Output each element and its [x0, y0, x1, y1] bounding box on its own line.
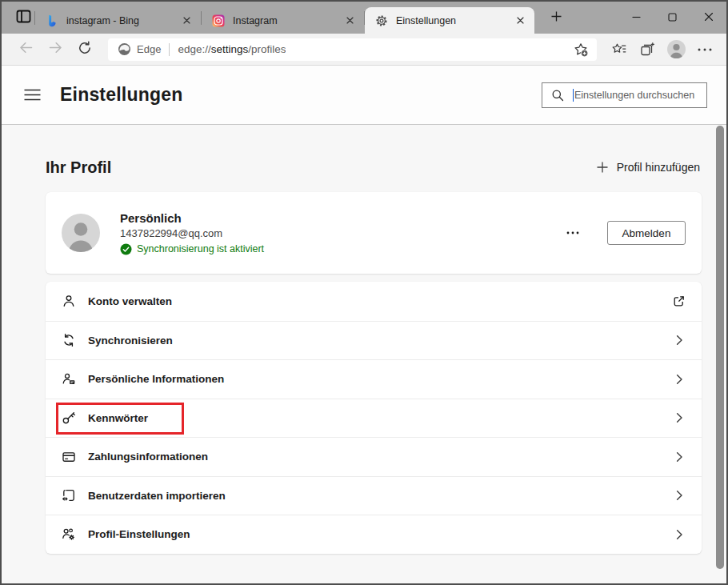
chevron-right-icon — [673, 528, 686, 541]
profile-more-button[interactable] — [562, 227, 583, 238]
search-input[interactable]: Einstellungen durchsuchen — [542, 82, 707, 108]
address-brand-label: Edge — [137, 43, 161, 55]
plus-icon — [550, 10, 562, 26]
menu-item-zahlungsinformationen[interactable]: Zahlungsinformationen — [46, 437, 702, 476]
tab-bar: instagram - Bing Instagram Einstellungen — [2, 2, 726, 34]
star-add-icon — [573, 42, 589, 58]
external-link-icon — [672, 295, 686, 308]
hamburger-icon — [24, 89, 41, 101]
favorites-button[interactable] — [611, 42, 627, 58]
refresh-button[interactable] — [74, 38, 96, 61]
menu-item-label: Synchronisieren — [88, 335, 173, 347]
sync-check-icon — [120, 243, 132, 255]
url-scheme: edge:// — [178, 43, 210, 55]
close-icon[interactable] — [343, 14, 357, 27]
profile-button[interactable] — [667, 40, 686, 58]
close-icon[interactable] — [180, 14, 194, 27]
text-caret — [573, 89, 574, 102]
person-icon — [62, 294, 76, 308]
page-title: Einstellungen — [60, 84, 182, 106]
maximize-button[interactable] — [654, 2, 690, 34]
close-icon[interactable] — [514, 14, 527, 27]
avatar — [62, 214, 100, 252]
url-path: /profiles — [248, 43, 286, 55]
tab-instagram[interactable]: Instagram — [202, 7, 364, 34]
navigation-bar: Edge edge://settings/profiles — [2, 34, 726, 66]
url-host: settings — [211, 43, 249, 55]
section-heading: Ihr Profil — [46, 158, 111, 177]
new-tab-button[interactable] — [545, 6, 567, 29]
favorites-icon — [611, 42, 627, 58]
more-icon — [698, 48, 712, 51]
tab-title: instagram - Bing — [66, 15, 175, 26]
profile-card: Persönlich 1437822994@qq.com Synchronisi… — [46, 192, 702, 274]
tab-actions-icon — [15, 8, 32, 28]
chevron-right-icon — [673, 451, 686, 463]
minimize-button[interactable] — [618, 2, 654, 34]
chevron-right-icon — [673, 334, 686, 347]
plus-icon — [596, 161, 609, 174]
collections-icon — [639, 42, 655, 58]
settings-menu-button[interactable] — [21, 86, 44, 104]
close-window-button[interactable] — [690, 2, 726, 34]
gear-icon — [375, 14, 388, 27]
menu-item-benutzerdaten-importieren[interactable]: Benutzerdaten importieren — [46, 476, 702, 515]
menu-item-profil-einstellungen[interactable]: Profil-Einstellungen — [46, 515, 702, 554]
scrollbar-thumb[interactable] — [716, 126, 724, 569]
browser-window: instagram - Bing Instagram Einstellungen — [0, 0, 728, 585]
back-icon — [18, 40, 34, 58]
add-profile-button[interactable]: Profil hinzufügen — [594, 158, 702, 177]
tab-title: Instagram — [233, 15, 338, 26]
import-icon — [62, 488, 76, 503]
url-text: edge://settings/profiles — [178, 43, 286, 55]
profile-name: Persönlich — [120, 211, 264, 225]
menu-item-kennwoerter[interactable]: Kennwörter — [46, 399, 702, 438]
menu-item-label: Konto verwalten — [88, 295, 172, 307]
menu-item-konto-verwalten[interactable]: Konto verwalten — [46, 282, 702, 321]
sync-status: Synchronisierung ist aktiviert — [137, 243, 264, 254]
tab-actions-button[interactable] — [13, 7, 34, 29]
bing-icon — [46, 14, 58, 27]
refresh-icon — [78, 41, 92, 58]
back-button[interactable] — [14, 38, 37, 61]
chevron-right-icon — [673, 373, 686, 386]
collections-button[interactable] — [639, 42, 655, 58]
sign-out-button[interactable]: Abmelden — [607, 221, 686, 245]
menu-item-synchronisieren[interactable]: Synchronisieren — [46, 321, 702, 360]
profile-menu-list: Konto verwalten Synchronisieren Persönli… — [46, 282, 702, 554]
search-icon — [551, 89, 564, 102]
sync-icon — [62, 333, 76, 347]
browser-menu-button[interactable] — [698, 48, 712, 51]
tab-title: Einstellungen — [396, 15, 509, 26]
settings-content: Ihr Profil Profil hinzufügen Persönlich … — [2, 125, 726, 583]
person-gear-icon — [62, 527, 76, 542]
chevron-right-icon — [673, 411, 686, 424]
forward-icon — [48, 40, 63, 58]
tab-instagram-bing[interactable]: instagram - Bing — [35, 7, 201, 34]
edge-logo-icon — [118, 42, 131, 56]
menu-item-label: Benutzerdaten importieren — [88, 490, 226, 502]
search-placeholder: Einstellungen durchsuchen — [574, 90, 703, 101]
add-favorite-button[interactable] — [570, 39, 591, 60]
instagram-icon — [212, 14, 225, 27]
menu-item-label: Persönliche Informationen — [88, 373, 224, 385]
window-controls — [618, 2, 726, 34]
address-bar[interactable]: Edge edge://settings/profiles — [108, 38, 597, 61]
close-icon — [704, 10, 714, 25]
add-profile-label: Profil hinzufügen — [617, 161, 700, 174]
tab-einstellungen-active[interactable]: Einstellungen — [365, 7, 534, 34]
menu-item-label: Profil-Einstellungen — [88, 528, 190, 540]
menu-item-label: Kennwörter — [88, 412, 148, 424]
scrollbar[interactable] — [715, 125, 724, 583]
credit-card-icon — [62, 450, 76, 464]
maximize-icon — [668, 10, 677, 25]
forward-button[interactable] — [44, 38, 66, 61]
menu-item-persoenliche-informationen[interactable]: Persönliche Informationen — [46, 359, 702, 399]
chevron-right-icon — [673, 489, 686, 502]
navbar-actions — [605, 40, 718, 58]
person-card-icon — [62, 372, 76, 387]
minimize-icon — [632, 10, 641, 25]
more-icon — [566, 231, 579, 234]
profile-avatar-icon — [667, 40, 686, 58]
settings-header: Einstellungen Einstellungen durchsuchen — [2, 66, 726, 125]
